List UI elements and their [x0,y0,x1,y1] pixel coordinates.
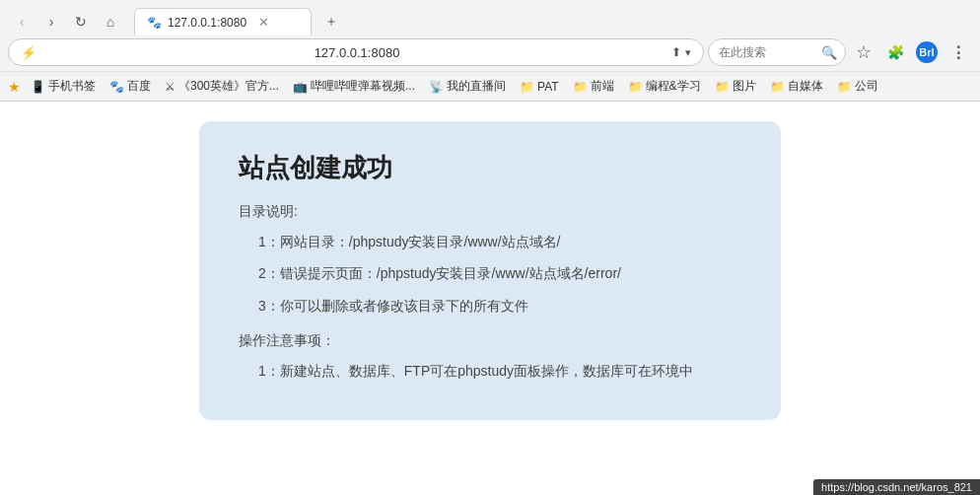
tab-close-icon[interactable]: ✕ [258,15,269,30]
refresh-button[interactable]: ↻ [67,8,95,35]
search-box[interactable]: 🔍 [708,38,846,66]
page-content: 站点创建成功 目录说明: 1：网站目录：/phpstudy安装目录/www/站点… [0,102,980,495]
dropdown-icon[interactable]: ▾ [685,46,691,59]
bookmark-label: 图片 [733,78,756,95]
bookmark-label: 《300英雄》官方... [178,78,279,95]
list-item: 3：你可以删除或者修改该目录下的所有文件 [258,295,741,317]
bookmark-item-coding[interactable]: 📁 编程&学习 [622,76,707,97]
section1-label: 目录说明: [239,203,741,221]
bookmark-item-images[interactable]: 📁 图片 [709,76,762,97]
forward-button[interactable]: › [37,8,65,35]
success-card: 站点创建成功 目录说明: 1：网站目录：/phpstudy安装目录/www/站点… [199,121,781,420]
toolbar-icons: ☆ 🧩 BrI ⋮ [850,38,972,66]
url-text: 127.0.0.1:8080 [42,45,671,60]
bookmark-item-300heroes[interactable]: ⚔ 《300英雄》官方... [159,76,285,97]
search-icon: 🔍 [821,45,837,60]
share-icon[interactable]: ⬆ [671,45,681,59]
directory-list: 1：网站目录：/phpstudy安装目录/www/站点域名/ 2：错误提示页面：… [239,231,741,317]
bookmarks-bar: ★ 📱 手机书签 🐾 百度 ⚔ 《300英雄》官方... 📺 哔哩哔哩弹幕视频.… [0,71,980,101]
mobile-icon: 📱 [31,80,45,94]
bookmark-label: 我的直播间 [447,78,506,95]
status-bar: https://blog.csdn.net/karos_821 [813,479,980,495]
bookmark-label: 手机书签 [48,78,96,95]
bookmark-label: 编程&学习 [646,78,701,95]
bookmark-label: 公司 [855,78,878,95]
baidu-icon: 🐾 [109,80,124,94]
folder-icon: 📁 [628,80,643,94]
folder-icon: 📁 [770,80,785,94]
avatar: BrI [916,41,938,63]
bookmark-label: 前端 [591,78,614,95]
folder-icon: 📁 [715,80,730,94]
new-tab-button[interactable]: ＋ [317,8,345,35]
bookmark-item-bilibili[interactable]: 📺 哔哩哔哩弹幕视频... [287,76,421,97]
home-button[interactable]: ⌂ [97,8,124,35]
more-menu-button[interactable]: ⋮ [945,38,972,66]
tab-bar: ‹ › ↻ ⌂ 🐾 127.0.0.1:8080 ✕ ＋ [0,0,980,35]
bookmark-label: PAT [537,80,559,94]
back-button[interactable]: ‹ [8,8,35,35]
bilibili-icon: 📺 [293,80,308,94]
bookmark-item-frontend[interactable]: 📁 前端 [567,76,620,97]
bookmark-label: 自媒体 [788,78,823,95]
bookmark-label: 哔哩哔哩弹幕视频... [311,78,415,95]
page-title: 站点创建成功 [239,151,741,185]
folder-icon: 📁 [837,80,852,94]
bookmark-item-company[interactable]: 📁 公司 [831,76,884,97]
list-item: 1：新建站点、数据库、FTP可在phpstudy面板操作，数据库可在环境中 [258,360,741,382]
address-bar-row: ⚡ 127.0.0.1:8080 ⬆ ▾ 🔍 ☆ 🧩 BrI ⋮ [0,35,980,71]
folder-icon: 📁 [573,80,588,94]
address-bar[interactable]: ⚡ 127.0.0.1:8080 ⬆ ▾ [8,38,704,66]
bookmark-item-pat[interactable]: 📁 PAT [514,78,565,96]
list-item: 2：错误提示页面：/phpstudy安装目录/www/站点域名/error/ [258,262,741,284]
folder-icon: 📁 [520,80,534,94]
live-icon: 📡 [429,80,444,94]
account-icon[interactable]: BrI [913,38,941,66]
bookmark-label: 百度 [127,78,151,95]
search-input[interactable] [719,45,817,59]
bookmark-item-mobilemarks[interactable]: 📱 手机书签 [25,76,102,97]
bookmark-item-liveroom[interactable]: 📡 我的直播间 [423,76,512,97]
bookmark-item-baidu[interactable]: 🐾 百度 [104,76,157,97]
bookmark-item-media[interactable]: 📁 自媒体 [764,76,829,97]
star-icon[interactable]: ☆ [850,38,877,66]
section2-label: 操作注意事项： [239,332,741,350]
lightning-icon: ⚡ [21,45,36,60]
bookmark-star-icon: ★ [8,79,21,95]
browser-chrome: ‹ › ↻ ⌂ 🐾 127.0.0.1:8080 ✕ ＋ ⚡ 127.0.0.1… [0,0,980,102]
tab-title: 127.0.0.1:8080 [168,16,246,30]
tab-favicon: 🐾 [147,16,162,30]
sword-icon: ⚔ [165,80,175,94]
operations-list: 1：新建站点、数据库、FTP可在phpstudy面板操作，数据库可在环境中 [239,360,741,382]
list-item: 1：网站目录：/phpstudy安装目录/www/站点域名/ [258,231,741,252]
extensions-button[interactable]: 🧩 [881,38,909,66]
